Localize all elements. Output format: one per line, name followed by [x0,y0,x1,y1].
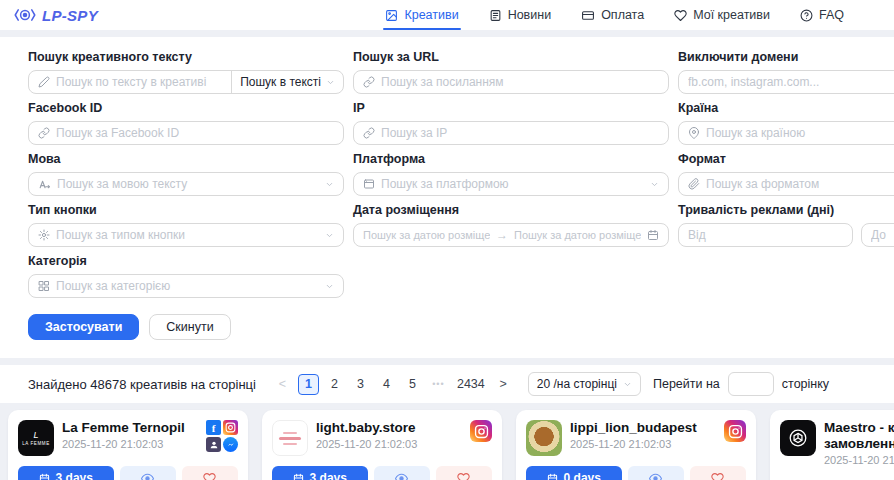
filter-button-type: Тип кнопки [28,203,344,247]
duration-from-input[interactable] [688,228,843,242]
card-title: La Femme Ternopil [62,420,185,436]
platform-select[interactable] [353,172,669,196]
app-logo[interactable]: LP-SPY [14,7,98,24]
days-button[interactable]: 3 days [272,466,368,480]
nav-tab-my-creatives[interactable]: Мої креативи [674,0,770,30]
filter-category: Категорія [28,254,344,298]
card-title: lippi_lion_budapest [570,420,697,436]
heart-icon [674,9,687,22]
page-button-last[interactable]: 2434 [454,374,488,395]
instagram-icon [724,420,746,442]
creative-card[interactable]: L LA FEMME La Femme Ternopil 2025-11-20 … [8,410,248,480]
filter-country: Країна [678,101,894,145]
calendar-icon [547,473,558,480]
results-count: Знайдено 48678 креативів на сторінці [28,377,256,392]
page-button-5[interactable]: 5 [402,374,423,395]
filter-ip: IP [353,101,669,145]
chevron-down-icon [325,180,334,189]
button-type-select[interactable] [28,223,344,247]
format-select[interactable] [706,177,894,191]
language-input[interactable] [57,177,319,191]
gear-icon [38,229,50,241]
url-input[interactable] [381,75,659,89]
view-button[interactable] [374,466,430,480]
nav-tab-news[interactable]: Новини [489,0,552,30]
goto-page-input[interactable] [728,372,774,396]
view-button[interactable] [120,466,176,480]
link-icon [363,76,375,88]
creative-card[interactable]: light.baby.store 2025-11-20 21:02:03 3 d… [262,410,502,480]
grid-icon [38,280,50,292]
card-date: 2025-11-20 21:02:03 [570,438,697,450]
pagination-bar: Знайдено 48678 креативів на сторінці < 1… [0,365,894,403]
category-input[interactable] [56,279,319,293]
page-button-3[interactable]: 3 [350,374,371,395]
instagram-icon [470,420,492,442]
eye-icon [395,472,408,480]
card-date: 2025-11-20 21:02:03 [824,454,894,466]
facebook-icon: f [206,420,221,435]
avatar [780,420,816,456]
creative-card[interactable]: lippi_lion_budapest 2025-11-20 21:02:03 … [516,410,756,480]
creative-text-input[interactable] [56,75,222,89]
filter-exclude-domains: Виключити домени [678,50,894,94]
creatives-list: L LA FEMME La Femme Ternopil 2025-11-20 … [0,403,894,480]
link-icon [38,127,50,139]
country-select[interactable] [706,126,894,140]
favorite-button[interactable] [436,466,492,480]
filter-platform: Платформа [353,152,669,196]
main-nav: Креативи Новини Оплата Мої креативи FAQ [385,0,844,30]
next-page-button[interactable]: > [493,374,514,395]
nav-tab-creatives[interactable]: Креативи [385,0,458,30]
help-circle-icon [800,9,813,22]
filter-language: Мова [28,152,344,196]
days-button[interactable]: 0 days [526,466,622,480]
pager-ellipsis[interactable]: ••• [428,374,449,395]
favorite-button[interactable] [182,466,238,480]
view-button[interactable] [628,466,684,480]
eye-icon [649,472,662,480]
page-button-2[interactable]: 2 [324,374,345,395]
platform-input[interactable] [381,177,644,191]
filter-duration: Тривалість реклами (дні) [678,203,894,247]
goto-page: Перейти на сторінку [653,372,829,396]
days-button[interactable]: 3 days [18,466,114,480]
image-icon [385,9,398,22]
paperclip-icon [688,178,700,190]
avatar [272,420,308,456]
exclude-domains-input[interactable] [688,75,894,89]
button-type-input[interactable] [56,228,319,242]
favorite-button[interactable] [690,466,746,480]
filter-url: Пошук за URL [353,50,669,94]
date-range-picker[interactable]: → [353,223,669,247]
page-size-select[interactable]: 20 /на сторінці [528,372,641,396]
date-to-input[interactable] [514,229,641,241]
card-title: light.baby.store [316,420,417,436]
ip-input[interactable] [381,126,659,140]
heart-icon [203,472,216,480]
apply-button[interactable]: Застосувати [28,314,139,340]
chevron-down-icon [326,78,335,87]
avatar [526,420,562,456]
reset-button[interactable]: Скинути [149,314,230,340]
chevron-down-icon [325,282,334,291]
duration-to-input[interactable] [871,228,894,242]
date-from-input[interactable] [363,229,490,241]
language-select[interactable] [28,172,344,196]
creative-card[interactable]: Maestro - кухні, ме замовлення в Ужг 202… [770,410,894,480]
nav-tab-faq[interactable]: FAQ [800,0,844,30]
heart-icon [457,472,470,480]
nav-tab-payment[interactable]: Оплата [581,0,644,30]
prev-page-button[interactable]: < [272,374,293,395]
card-date: 2025-11-20 21:02:03 [62,438,185,450]
filter-facebook-id: Facebook ID [28,101,344,145]
eye-logo-icon [14,7,36,23]
facebook-id-input[interactable] [56,126,334,140]
link-icon [363,127,375,139]
messenger-icon [223,437,238,452]
category-select[interactable] [28,274,344,298]
avatar: L LA FEMME [18,420,54,456]
page-button-4[interactable]: 4 [376,374,397,395]
page-button-1[interactable]: 1 [298,374,319,395]
text-search-mode-select[interactable]: Пошук в тексті [231,71,343,93]
